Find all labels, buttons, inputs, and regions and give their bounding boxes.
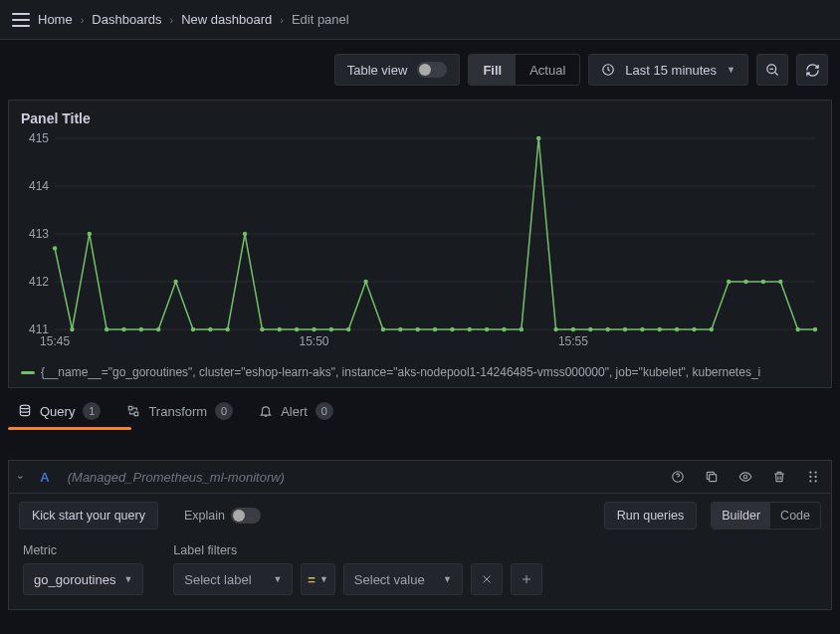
fit-mode-segment: Fill Actual	[468, 54, 580, 86]
breadcrumb[interactable]: New dashboard	[181, 12, 272, 27]
tab-transform[interactable]: Transform 0	[126, 402, 233, 430]
visibility-icon[interactable]	[737, 469, 753, 485]
clock-icon	[601, 63, 615, 77]
svg-text:415: 415	[29, 132, 49, 145]
breadcrumb[interactable]: Home	[38, 12, 73, 27]
svg-point-35	[398, 327, 402, 331]
kick-start-button[interactable]: Kick start your query	[19, 502, 158, 529]
query-ref-letter[interactable]: A	[40, 470, 49, 485]
bell-icon	[259, 404, 273, 418]
breadcrumb[interactable]: Dashboards	[92, 12, 161, 27]
svg-point-65	[814, 471, 816, 473]
tab-label: Transform	[148, 404, 207, 419]
fit-fill-button[interactable]: Fill	[469, 55, 516, 85]
svg-point-47	[605, 327, 609, 331]
svg-point-46	[588, 327, 592, 331]
svg-point-19	[121, 327, 125, 331]
svg-point-43	[536, 136, 540, 140]
drag-handle-icon[interactable]	[805, 469, 821, 485]
time-range-label: Last 15 minutes	[625, 63, 717, 78]
svg-point-68	[809, 480, 811, 482]
svg-point-66	[809, 476, 811, 478]
editor-tabs: Query 1 Transform 0 Alert 0	[0, 388, 840, 430]
tab-count-badge: 0	[215, 402, 233, 420]
svg-point-67	[814, 476, 816, 478]
query-datasource-label: (Managed_Prometheus_ml-monitorw)	[68, 470, 285, 485]
svg-point-56	[761, 280, 765, 284]
menu-icon[interactable]	[12, 13, 30, 27]
filter-value-placeholder: Select value	[354, 572, 425, 587]
chevron-down-icon: ▼	[123, 574, 132, 584]
chevron-down-icon: ▼	[727, 65, 735, 75]
tab-alert[interactable]: Alert 0	[259, 402, 333, 430]
time-range-picker[interactable]: Last 15 minutes ▼	[588, 54, 748, 86]
chevron-right-icon: ›	[81, 14, 85, 26]
zoom-out-button[interactable]	[756, 54, 788, 86]
svg-point-38	[450, 327, 454, 331]
svg-point-33	[363, 280, 367, 284]
filter-operator-dropdown[interactable]: = ▼	[301, 563, 335, 595]
svg-point-37	[433, 327, 437, 331]
svg-point-49	[640, 327, 644, 331]
chart-legend[interactable]: {__name__="go_goroutines", cluster="esho…	[21, 365, 819, 379]
tab-count-badge: 0	[315, 402, 333, 420]
svg-text:412: 412	[29, 275, 49, 289]
chart-panel: Panel Title 41141241341441515:4515:5015:…	[8, 100, 832, 388]
svg-text:15:55: 15:55	[558, 334, 588, 348]
mode-builder-button[interactable]: Builder	[712, 503, 770, 528]
chevron-right-icon: ›	[169, 14, 173, 26]
refresh-icon	[805, 63, 820, 78]
svg-point-59	[813, 327, 817, 331]
run-queries-button[interactable]: Run queries	[604, 502, 697, 529]
chevron-down-icon: ▼	[273, 574, 282, 584]
help-icon[interactable]	[670, 469, 686, 485]
svg-point-64	[809, 471, 811, 473]
filter-label-dropdown[interactable]: Select label ▼	[173, 563, 293, 595]
copy-icon[interactable]	[704, 469, 720, 485]
mode-code-button[interactable]: Code	[770, 503, 820, 528]
explain-label: Explain	[184, 509, 225, 523]
svg-point-28	[278, 327, 282, 331]
svg-point-44	[553, 327, 557, 331]
svg-text:15:50: 15:50	[299, 334, 328, 348]
chevron-down-icon: ▼	[443, 574, 452, 584]
svg-point-15	[53, 246, 57, 250]
switch-icon	[417, 62, 447, 78]
svg-point-29	[295, 327, 299, 331]
label-filters-field: Label filters Select label ▼ = ▼ Select …	[173, 543, 542, 595]
metric-dropdown[interactable]: go_goroutines ▼	[23, 563, 143, 595]
tab-label: Alert	[281, 404, 308, 419]
query-header: › A (Managed_Prometheus_ml-monitorw)	[9, 461, 831, 494]
svg-point-51	[675, 327, 679, 331]
svg-point-53	[710, 327, 714, 331]
fit-actual-button[interactable]: Actual	[516, 55, 579, 85]
svg-point-32	[346, 327, 350, 331]
legend-swatch	[21, 371, 35, 374]
chart-area[interactable]: 41141241341441515:4515:5015:55	[21, 132, 819, 361]
metric-field: Metric go_goroutines ▼	[23, 543, 143, 595]
remove-filter-button[interactable]	[471, 563, 503, 595]
chevron-down-icon: ▼	[319, 574, 328, 584]
svg-text:413: 413	[29, 227, 49, 241]
collapse-toggle[interactable]: ›	[15, 475, 26, 478]
query-builder-row: Metric go_goroutines ▼ Label filters Sel…	[9, 537, 831, 609]
trash-icon[interactable]	[771, 469, 787, 485]
refresh-button[interactable]	[796, 54, 828, 86]
top-nav: Home › Dashboards › New dashboard › Edit…	[0, 0, 840, 40]
editor-mode-segment: Builder Code	[711, 502, 821, 529]
svg-text:15:45: 15:45	[40, 334, 70, 348]
svg-point-58	[795, 327, 799, 331]
plus-icon	[521, 573, 532, 585]
svg-point-30	[312, 327, 315, 331]
svg-point-50	[658, 327, 662, 331]
metric-value: go_goroutines	[34, 572, 115, 587]
svg-point-36	[415, 327, 419, 331]
svg-point-34	[381, 327, 385, 331]
svg-point-42	[520, 327, 524, 331]
svg-point-24	[208, 327, 212, 331]
filter-value-dropdown[interactable]: Select value ▼	[343, 563, 463, 595]
tab-query[interactable]: Query 1	[18, 402, 101, 430]
explain-toggle[interactable]: Explain	[172, 502, 273, 529]
table-view-toggle[interactable]: Table view	[334, 54, 461, 86]
add-filter-button[interactable]	[511, 563, 542, 595]
